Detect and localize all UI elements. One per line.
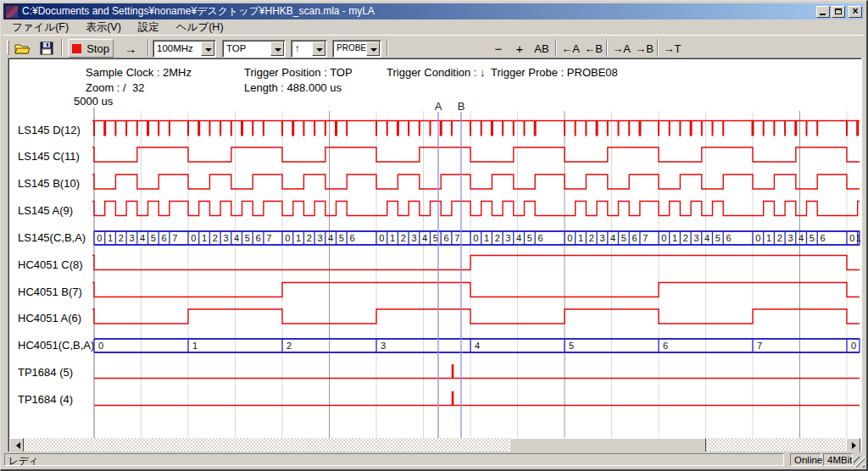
open-button[interactable] [12, 39, 34, 58]
dropdown-arrow-icon[interactable] [366, 42, 380, 56]
toolbar-separator [387, 39, 388, 56]
zoom-in-label: + [516, 42, 524, 56]
minimize-button[interactable] [816, 6, 830, 18]
save-button[interactable] [36, 39, 58, 58]
scroll-left-button[interactable] [9, 438, 24, 452]
trigger-position-value: TOP [226, 43, 270, 53]
menu-help[interactable]: ヘルプ(H) [168, 19, 232, 36]
stop-button[interactable]: Stop [68, 39, 114, 58]
set-b-label: →B [635, 42, 654, 55]
goto-b-label: ←B [584, 42, 603, 55]
close-icon: × [849, 7, 861, 16]
maximize-icon [835, 8, 842, 14]
goto-trigger-button[interactable]: →T [661, 39, 683, 58]
set-marker-b-button[interactable]: →B [633, 39, 655, 58]
zoom-out-button[interactable]: − [488, 39, 509, 58]
menubar: ファイル(F) 表示(V) 設定 ヘルプ(H) [3, 19, 864, 35]
dropdown-arrow-icon[interactable] [201, 42, 214, 56]
left-arrow-icon [13, 442, 20, 449]
status-online: Online [790, 453, 821, 466]
dropdown-arrow-icon[interactable] [270, 42, 284, 56]
app-icon [5, 5, 19, 19]
run-arrow-icon: → [125, 42, 137, 56]
save-floppy-icon [40, 42, 53, 55]
status-memory: 4MBit [823, 453, 853, 466]
trigger-position-combobox[interactable]: TOP [222, 40, 286, 58]
zoom-in-button[interactable]: + [509, 39, 530, 58]
open-folder-icon [14, 42, 31, 55]
toolbar-grip [7, 40, 9, 55]
right-arrow-icon [852, 442, 860, 449]
menu-settings[interactable]: 設定 [130, 19, 168, 36]
horizontal-scrollbar[interactable] [9, 438, 860, 452]
statusbar: レディ Online 4MBit [3, 452, 865, 468]
resize-grip[interactable] [854, 457, 865, 468]
toolbar-separator [61, 39, 63, 56]
window-title: C:¥Documents and Settings¥noname¥デスクトップ¥… [22, 4, 815, 19]
menu-file[interactable]: ファイル(F) [3, 19, 77, 36]
dropdown-arrow-icon[interactable] [312, 42, 326, 56]
sample-clock-combobox[interactable]: 100MHz [153, 40, 216, 58]
sample-clock-value: 100MHz [157, 43, 200, 53]
toolbar-separator [657, 39, 659, 56]
app-window: C:¥Documents and Settings¥noname¥デスクトップ¥… [0, 0, 868, 471]
toolbar-separator [606, 39, 608, 56]
trigger-edge-combobox[interactable]: ↑ [291, 40, 327, 58]
close-button[interactable]: × [849, 6, 862, 18]
stop-square-icon [72, 44, 81, 53]
goto-marker-a-button[interactable]: ←A [559, 39, 581, 58]
ab-range-button[interactable]: AB [531, 39, 553, 58]
titlebar[interactable]: C:¥Documents and Settings¥noname¥デスクトップ¥… [3, 3, 864, 19]
scroll-right-button[interactable] [846, 438, 860, 452]
ab-label: AB [534, 42, 548, 55]
run-button[interactable]: → [119, 39, 142, 58]
minimize-icon [820, 14, 826, 15]
set-a-label: →A [612, 42, 631, 55]
waveform-client-area [8, 58, 862, 454]
goto-t-label: →T [664, 42, 682, 55]
trigger-probe-value: PROBE00 [337, 43, 367, 53]
menu-view[interactable]: 表示(V) [77, 19, 130, 36]
scrollbar-thumb[interactable] [509, 438, 706, 452]
status-message: レディ [4, 453, 784, 466]
toolbar-separator [555, 39, 557, 56]
trigger-probe-combobox[interactable]: PROBE00 [332, 40, 381, 58]
goto-a-label: ←A [561, 42, 580, 55]
trigger-edge-value: ↑ [295, 43, 311, 53]
goto-marker-b-button[interactable]: ←B [582, 39, 604, 58]
toolbar: Stop → 100MHz TOP ↑ PROBE00 − + AB ←A ←B [3, 35, 864, 58]
stop-label: Stop [86, 42, 109, 55]
toolbar-separator [147, 39, 149, 56]
zoom-out-label: − [495, 42, 503, 56]
set-marker-a-button[interactable]: →A [610, 39, 632, 58]
maximize-button[interactable] [832, 6, 845, 18]
